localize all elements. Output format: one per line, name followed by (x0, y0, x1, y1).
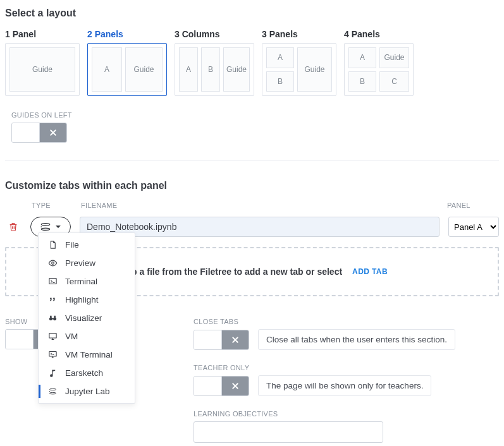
teacher-only-description: The page will be shown only for teachers… (258, 375, 431, 396)
layout-label-1: 1 Panel (5, 29, 80, 39)
layout-label-5: 4 Panels (344, 29, 414, 39)
layout-label-2: 2 Panels (87, 29, 167, 39)
jupyter-icon (47, 387, 58, 396)
type-dropdown-menu: File Preview Terminal Highlight Visualiz… (38, 232, 135, 404)
close-tabs-label: CLOSE TABS (194, 318, 499, 325)
svg-point-2 (40, 226, 42, 227)
svg-rect-8 (50, 316, 52, 318)
panel-cell-guide: Guide (223, 47, 250, 92)
toggle-knob (194, 330, 222, 349)
layout-option-3panels[interactable]: A B Guide (262, 43, 336, 96)
layout-label-3: 3 Columns (175, 29, 254, 39)
toggle-knob (6, 330, 34, 349)
svg-point-13 (49, 392, 56, 394)
layout-option-3columns[interactable]: A B Guide (175, 43, 254, 96)
close-tabs-description: Close all tabs when the user enters this… (258, 329, 455, 350)
quote-icon (47, 295, 58, 304)
menu-item-vmterminal[interactable]: VM Terminal (39, 346, 135, 364)
learning-objectives-input[interactable] (194, 421, 383, 443)
menu-item-label: VM (65, 332, 78, 341)
layout-options: 1 Panel Guide 2 Panels A Guide 3 Columns… (5, 29, 499, 96)
svg-rect-9 (54, 316, 56, 318)
panel-cell-c: C (379, 71, 409, 92)
music-note-icon (47, 368, 58, 378)
svg-point-5 (49, 317, 52, 320)
svg-point-0 (41, 224, 50, 226)
svg-point-1 (41, 228, 50, 230)
add-tab-button[interactable]: ADD TAB (352, 267, 388, 276)
layout-label-4: 3 Panels (262, 29, 336, 39)
panel-cell-a: A (179, 47, 198, 92)
toggle-knob (194, 377, 222, 395)
menu-item-file[interactable]: File (39, 236, 135, 254)
eye-icon (47, 258, 58, 268)
divider (5, 160, 499, 161)
menu-item-vm[interactable]: VM (39, 327, 135, 346)
monitor-icon (47, 332, 58, 341)
binoculars-icon (47, 313, 58, 323)
col-panel-label: PANEL (447, 202, 498, 209)
layout-option-1panel[interactable]: Guide (5, 43, 80, 96)
svg-point-3 (51, 262, 54, 265)
menu-item-highlight[interactable]: Highlight (39, 291, 135, 309)
panel-cell-guide: Guide (125, 47, 163, 92)
panel-cell-b: B (201, 47, 220, 92)
menu-item-label: VM Terminal (65, 350, 113, 359)
svg-rect-11 (49, 352, 56, 357)
menu-item-label: Visualizer (65, 313, 102, 323)
svg-point-12 (49, 389, 56, 390)
layout-option-4panels[interactable]: A B Guide C (344, 43, 414, 96)
panel-cell-guide: Guide (297, 47, 332, 92)
dropzone-text: Drop a file from the Filetree to add a n… (116, 267, 342, 277)
menu-item-label: Highlight (65, 295, 99, 304)
panel-cell-a: A (348, 47, 376, 68)
menu-item-label: Terminal (65, 277, 97, 286)
learning-objectives-label: LEARNING OBJECTIVES (194, 410, 499, 418)
menu-item-label: Preview (65, 258, 95, 268)
monitor-terminal-icon (47, 350, 58, 359)
toggle-knob (12, 123, 40, 142)
teacher-only-label: TEACHER ONLY (194, 364, 499, 371)
menu-item-earsketch[interactable]: Earsketch (39, 364, 135, 382)
teacher-only-toggle[interactable] (194, 376, 249, 396)
menu-item-label: Jupyter Lab (65, 387, 110, 396)
section-title-layout: Select a layout (5, 8, 499, 19)
menu-item-label: File (65, 240, 79, 250)
x-icon (40, 123, 66, 142)
tabs-header-row: TYPE FILENAME PANEL (5, 202, 499, 213)
menu-item-preview[interactable]: Preview (39, 254, 135, 272)
panel-cell-b: B (348, 71, 376, 92)
svg-point-6 (53, 317, 56, 320)
panel-cell-a: A (266, 47, 294, 68)
close-tabs-toggle[interactable] (194, 330, 249, 350)
section-title-customize: Customize tabs within each panel (5, 180, 499, 191)
svg-point-14 (49, 391, 49, 392)
panel-cell-b: B (266, 71, 294, 92)
menu-item-visualizer[interactable]: Visualizer (39, 309, 135, 327)
menu-item-label: Earsketch (65, 368, 103, 378)
col-filename-label: FILENAME (81, 202, 438, 209)
x-icon (222, 377, 249, 395)
panel-select[interactable]: Panel A (448, 217, 499, 237)
file-icon (47, 240, 58, 250)
panel-cell-a: A (92, 47, 122, 92)
delete-tab-button[interactable] (5, 222, 22, 232)
terminal-icon (47, 277, 58, 286)
col-type-label: TYPE (32, 202, 72, 209)
svg-rect-7 (52, 318, 54, 320)
guides-on-left-toggle[interactable] (11, 123, 67, 143)
menu-item-jupyter[interactable]: Jupyter Lab (39, 382, 135, 401)
panel-cell-guide: Guide (379, 47, 409, 68)
panel-cell-guide: Guide (9, 47, 75, 92)
menu-item-terminal[interactable]: Terminal (39, 272, 135, 291)
svg-rect-10 (49, 334, 56, 339)
x-icon (222, 330, 249, 349)
layout-option-2panels[interactable]: A Guide (87, 43, 167, 96)
guides-on-left-label: GUIDES ON LEFT (11, 111, 499, 119)
